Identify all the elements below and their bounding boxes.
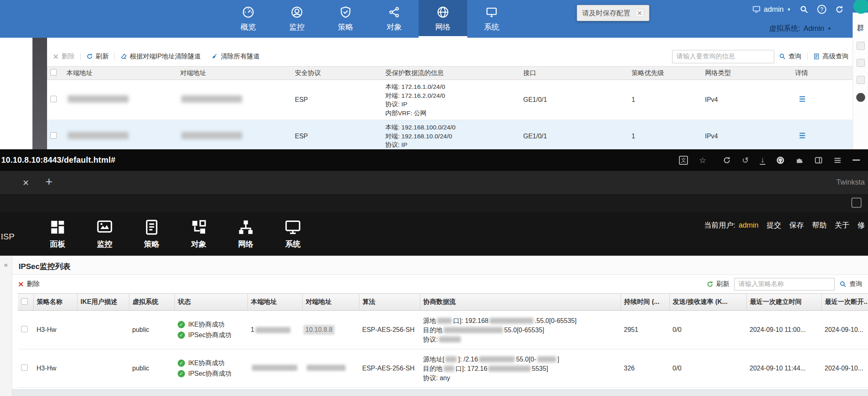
top-nav-monitor[interactable]: 监控: [273, 0, 321, 38]
tunnel-panel: 删除 刷新 根据对端IP地址清除隧道 清除所有隧道: [47, 38, 853, 149]
reload-icon[interactable]: [723, 156, 731, 164]
col-local-address: 本端地址: [247, 294, 302, 311]
about-link[interactable]: 关于: [835, 220, 849, 230]
algorithm: ESP-AES-256-SH: [362, 326, 415, 333]
success-check-icon: ✓: [178, 331, 185, 339]
picture-in-picture-icon[interactable]: [851, 198, 862, 208]
tab-title[interactable]: Twinksta: [836, 178, 865, 187]
tunnel-toolbar: 删除 刷新 根据对端IP地址清除隧道 清除所有隧道: [53, 48, 849, 65]
rail-icon-3[interactable]: [857, 76, 865, 84]
panel-title-bar: IPSec监控列表: [12, 258, 868, 275]
advanced-query-button[interactable]: 高级查询: [813, 52, 849, 61]
clear-all-tunnels-button[interactable]: 清除所有隧道: [211, 52, 260, 61]
top-nav-overview[interactable]: 概览: [224, 0, 273, 38]
rail-text-item[interactable]: 群: [857, 23, 864, 33]
query-button[interactable]: 查询: [779, 52, 801, 61]
tunnel-table-header-row: 本端地址 对端地址 安全协议 受保护数据流的信息 接口 策略优先级 网络类型 详…: [47, 67, 853, 80]
query-label: 查询: [849, 280, 862, 288]
minimize-icon[interactable]: [853, 159, 860, 161]
bottom-nav-panel-label: 面板: [50, 239, 65, 250]
help-icon[interactable]: ?: [817, 5, 826, 14]
address-url[interactable]: 10.10.8.10:8443/default.html#: [0, 155, 116, 165]
ipsec-tunnel-window: 概览 监控 策略 对象 网络: [0, 0, 868, 149]
row-checkbox[interactable]: [50, 132, 57, 139]
clear-tunnel-by-peer-button[interactable]: 根据对端IP地址清除隧道: [120, 52, 201, 61]
monitor-table-header-row: 策略名称 IKE用户描述 虚拟系统 状态 本端地址 对端地址 算法 协商数据流 …: [18, 294, 868, 311]
col-protected-flow: 受保护数据流的信息: [382, 67, 520, 80]
col-status: 状态: [174, 294, 247, 311]
search-icon[interactable]: [800, 5, 808, 14]
top-nav-policy[interactable]: 策略: [321, 0, 370, 38]
delete-x-icon: [18, 281, 24, 287]
detail-list-icon[interactable]: [795, 95, 806, 103]
help-link[interactable]: 帮助: [812, 220, 827, 230]
row-checkbox[interactable]: [21, 326, 28, 332]
close-tab-icon[interactable]: ×: [23, 176, 29, 189]
network-tree-icon: [237, 219, 254, 236]
delete-x-icon: [53, 54, 59, 60]
sidebar-toggle-icon[interactable]: [814, 156, 823, 164]
bottom-nav-system[interactable]: 系统: [269, 212, 316, 256]
more-link[interactable]: 修: [857, 220, 865, 230]
bottom-nav-panel[interactable]: 面板: [34, 212, 81, 256]
col-duration: 持续时间 (...: [621, 294, 669, 311]
delete-label: 删除: [62, 52, 75, 61]
collapse-icon[interactable]: «: [0, 261, 12, 269]
policy-name: H3-Hw: [37, 365, 56, 372]
top-nav-objects[interactable]: 对象: [370, 0, 419, 38]
current-user-value: admin: [739, 221, 758, 230]
row-checkbox[interactable]: [21, 364, 28, 371]
delete-button[interactable]: 删除: [18, 280, 40, 288]
extensions-puzzle-icon[interactable]: [795, 156, 804, 164]
refresh-icon: [707, 281, 713, 288]
translate-icon[interactable]: 文: [679, 156, 688, 165]
top-nav-network[interactable]: 网络: [419, 0, 467, 38]
policy-search-input[interactable]: [734, 278, 835, 291]
success-check-icon: ✓: [178, 321, 185, 328]
magnifier-icon: [779, 53, 786, 60]
top-nav-system[interactable]: 系统: [467, 0, 516, 38]
bottom-nav-policy[interactable]: 策略: [128, 212, 175, 256]
rail-icon-1[interactable]: [857, 42, 865, 50]
col-interface: 接口: [520, 67, 628, 80]
policy-priority: 1: [632, 133, 635, 140]
detail-list-icon[interactable]: [795, 132, 806, 139]
user-name: admin: [764, 5, 784, 14]
collapsed-sidebar[interactable]: [32, 38, 47, 149]
rail-avatar-icon[interactable]: [856, 93, 865, 102]
download-icon[interactable]: ↓: [760, 155, 765, 165]
menu-icon[interactable]: [834, 156, 842, 164]
submit-link[interactable]: 提交: [767, 220, 781, 230]
user-menu[interactable]: admin ▼: [752, 5, 791, 14]
col-algorithm: 算法: [359, 294, 420, 311]
floating-assistant-icon[interactable]: [853, 0, 868, 14]
reload-icon[interactable]: [835, 5, 844, 14]
bottom-nav-network[interactable]: 网络: [222, 212, 269, 256]
select-all-checkbox[interactable]: [50, 69, 57, 75]
select-all-checkbox[interactable]: [21, 298, 28, 305]
tunnel-search-input[interactable]: [672, 50, 774, 63]
device-label: ISP: [1, 232, 15, 241]
right-side-rail: 群: [853, 13, 868, 149]
new-tab-icon[interactable]: +: [45, 175, 53, 189]
row-checkbox[interactable]: [50, 96, 57, 102]
refresh-button[interactable]: 刷新: [707, 280, 729, 288]
query-button[interactable]: 查询: [840, 280, 862, 288]
github-avatar-icon[interactable]: [776, 156, 784, 164]
advanced-query-label: 高级查询: [823, 52, 849, 61]
virtual-system-selector[interactable]: 虚拟系统: Admin ▼: [769, 24, 831, 33]
top-app-header: 概览 监控 策略 对象 网络: [0, 0, 868, 38]
collapse-rail[interactable]: «: [0, 256, 12, 396]
bottom-nav-monitor[interactable]: 监控: [81, 212, 128, 256]
delete-button[interactable]: 删除: [53, 52, 75, 61]
last-disconnected: 2024-09-10...: [825, 326, 863, 333]
history-icon[interactable]: ↺: [742, 156, 749, 164]
monitor-query-area: 刷新 查询: [707, 278, 862, 291]
tooltip-close-icon[interactable]: ×: [635, 9, 644, 17]
bookmark-star-icon[interactable]: ☆: [699, 156, 706, 164]
rail-icon-2[interactable]: [857, 59, 865, 67]
negotiated-flow: 源地口]: 192.168.55.0[0-65535] 目的地55.0[0-65…: [420, 311, 621, 349]
bottom-nav-objects[interactable]: 对象: [175, 212, 222, 256]
refresh-button[interactable]: 刷新: [86, 52, 109, 61]
save-link[interactable]: 保存: [789, 220, 804, 230]
